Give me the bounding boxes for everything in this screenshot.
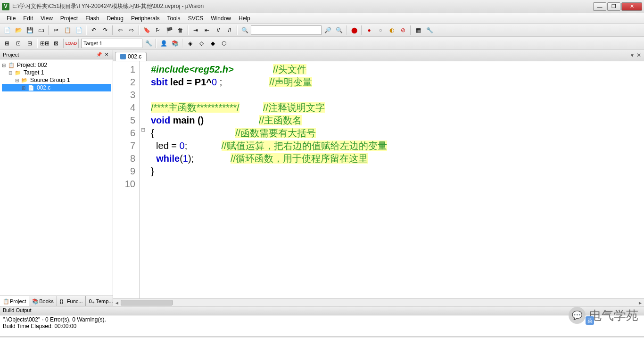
horizontal-scrollbar[interactable]: ◄ ► [113, 298, 644, 306]
menu-window[interactable]: Window [207, 14, 235, 23]
target-select[interactable] [81, 39, 142, 48]
find-in-files-icon[interactable]: 🔍 [239, 25, 250, 35]
comment-icon[interactable]: // [213, 25, 223, 35]
tab-close-icon[interactable]: ✕ [636, 52, 641, 58]
build-output-header: Build Output [0, 306, 644, 315]
editor-area: 002.c ▼ ✕ 12345678910 ⊟ #include<reg52.h… [113, 50, 644, 306]
rebuild-icon[interactable]: ⊟ [25, 38, 35, 49]
find-icon[interactable]: 🔎 [322, 25, 333, 35]
toolbar-build: ⊞ ⊡ ⊟ ⊞⊞ ⊠ LOAD 🔧 👤 📚 ◈ ◇ ◆ ⬡ [0, 37, 644, 50]
panel-tab-project[interactable]: 📋Project [0, 296, 29, 306]
menu-tools[interactable]: Tools [164, 14, 184, 23]
save-all-icon[interactable]: 🗃 [36, 25, 46, 35]
build-line: ".\Objects\002" - 0 Error(s), 0 Warning(… [3, 316, 641, 323]
code-content[interactable]: #include<reg52.h> //头文件sbit led = P1^0 ;… [146, 61, 644, 298]
configure-icon[interactable]: 🔧 [424, 25, 435, 35]
bookmark-icon[interactable]: 🔖 [141, 25, 152, 35]
project-panel-title: Project [3, 52, 19, 58]
batch-build-icon[interactable]: ⊞⊞ [40, 38, 50, 49]
close-button[interactable]: ✕ [621, 2, 642, 11]
minimize-button[interactable]: — [593, 2, 606, 11]
tree-group[interactable]: ⊟📂Source Group 1 [2, 76, 111, 84]
tree-target[interactable]: ⊟📁Target 1 [2, 69, 111, 76]
build-line: Build Time Elapsed: 00:00:00 [3, 323, 641, 330]
indent-icon[interactable]: ⇥ [190, 25, 201, 35]
menu-help[interactable]: Help [235, 14, 254, 23]
project-panel: Project 📌 ✕ ⊟📋Project: 002 ⊟📁Target 1 ⊟📂… [0, 50, 113, 306]
find-combo[interactable] [251, 25, 322, 35]
editor-tab-active[interactable]: 002.c [115, 52, 147, 61]
statusbar [0, 336, 644, 337]
project-panel-header: Project 📌 ✕ [0, 50, 113, 59]
tool3-icon[interactable]: ◆ [207, 38, 218, 49]
uncomment-icon[interactable]: /! [224, 25, 235, 35]
titlebar: V E:\学习文件夹\C51根目录\TYN-200424\模块练习\8-其他\0… [0, 0, 644, 13]
panel-tab-books[interactable]: 📚Books [29, 296, 57, 306]
menu-svcs[interactable]: SVCS [184, 14, 207, 23]
tree-file[interactable]: ⊞📄002.c [2, 84, 111, 91]
menu-project[interactable]: Project [57, 14, 82, 23]
nav-fwd-icon[interactable]: ⇨ [126, 25, 137, 35]
breakpoint-disable-icon[interactable]: ⊘ [398, 25, 408, 35]
tool4-icon[interactable]: ⬡ [219, 38, 229, 49]
debug-icon[interactable]: ⬤ [349, 25, 359, 35]
build-icon[interactable]: ⊡ [13, 38, 24, 49]
scroll-thumb[interactable] [121, 300, 173, 305]
window-icon[interactable]: ▦ [413, 25, 423, 35]
menubar: FileEditViewProjectFlashDebugPeripherals… [0, 13, 644, 24]
project-tree[interactable]: ⊟📋Project: 002 ⊟📁Target 1 ⊟📂Source Group… [0, 59, 113, 296]
tool1-icon[interactable]: ◈ [185, 38, 195, 49]
panel-pin-icon[interactable]: 📌 [96, 51, 102, 58]
menu-peripherals[interactable]: Peripherals [127, 14, 164, 23]
new-file-icon[interactable]: 📄 [2, 25, 12, 35]
undo-icon[interactable]: ↶ [89, 25, 99, 35]
bookmark-prev-icon[interactable]: 🏳 [153, 25, 163, 35]
redo-icon[interactable]: ↷ [100, 25, 110, 35]
tabs-dropdown-icon[interactable]: ▼ [630, 53, 635, 58]
menu-flash[interactable]: Flash [82, 14, 103, 23]
panel-tab-temp[interactable]: 0₊Temp... [86, 296, 116, 306]
editor-tabs: 002.c ▼ ✕ [113, 50, 644, 61]
build-output[interactable]: ".\Objects\002" - 0 Error(s), 0 Warning(… [0, 315, 644, 336]
main-area: Project 📌 ✕ ⊟📋Project: 002 ⊟📁Target 1 ⊟📂… [0, 50, 644, 306]
window-buttons: — ❐ ✕ [592, 2, 642, 11]
menu-edit[interactable]: Edit [19, 14, 37, 23]
bookmark-clear-icon[interactable]: 🗑 [175, 25, 186, 35]
tool2-icon[interactable]: ◇ [196, 38, 206, 49]
outdent-icon[interactable]: ⇤ [202, 25, 212, 35]
paste-icon[interactable]: 📄 [74, 25, 84, 35]
file-icon [120, 54, 126, 59]
panel-close-icon[interactable]: ✕ [103, 51, 110, 58]
panel-tab-func[interactable]: {}Func... [57, 296, 86, 306]
nav-back-icon[interactable]: ⇦ [115, 25, 125, 35]
books-icon[interactable]: 📚 [170, 38, 180, 49]
download-icon[interactable]: LOAD [66, 38, 76, 49]
line-gutter: 12345678910 [113, 61, 140, 298]
menu-debug[interactable]: Debug [103, 14, 127, 23]
window-title: E:\学习文件夹\C51根目录\TYN-200424\模块练习\8-其他\002… [12, 2, 592, 10]
copy-icon[interactable]: 📋 [62, 25, 73, 35]
target-options-icon[interactable]: 🔧 [143, 38, 154, 49]
fold-column[interactable]: ⊟ [140, 61, 146, 298]
open-file-icon[interactable]: 📂 [13, 25, 24, 35]
scroll-right-icon[interactable]: ► [636, 299, 644, 306]
stop-build-icon[interactable]: ⊠ [51, 38, 61, 49]
breakpoint-kill-icon[interactable]: ◐ [387, 25, 397, 35]
manage-icon[interactable]: 👤 [158, 38, 169, 49]
translate-icon[interactable]: ⊞ [2, 38, 12, 49]
editor-tab-label: 002.c [128, 53, 141, 60]
save-icon[interactable]: 💾 [25, 25, 35, 35]
bookmark-next-icon[interactable]: 🏴 [164, 25, 174, 35]
tree-root[interactable]: ⊟📋Project: 002 [2, 61, 111, 69]
maximize-button[interactable]: ❐ [607, 2, 620, 11]
cut-icon[interactable]: ✂ [51, 25, 61, 35]
breakpoint-icon[interactable]: ● [364, 25, 374, 35]
app-icon: V [2, 3, 9, 10]
menu-view[interactable]: View [37, 14, 57, 23]
code-editor[interactable]: 12345678910 ⊟ #include<reg52.h> //头文件sbi… [113, 61, 644, 298]
project-panel-tabs: 📋Project📚Books{}Func...0₊Temp... [0, 296, 113, 306]
incremental-find-icon[interactable]: 🔍 [334, 25, 344, 35]
scroll-left-icon[interactable]: ◄ [113, 299, 121, 306]
breakpoint-all-icon[interactable]: ○ [375, 25, 386, 35]
menu-file[interactable]: File [3, 14, 19, 23]
